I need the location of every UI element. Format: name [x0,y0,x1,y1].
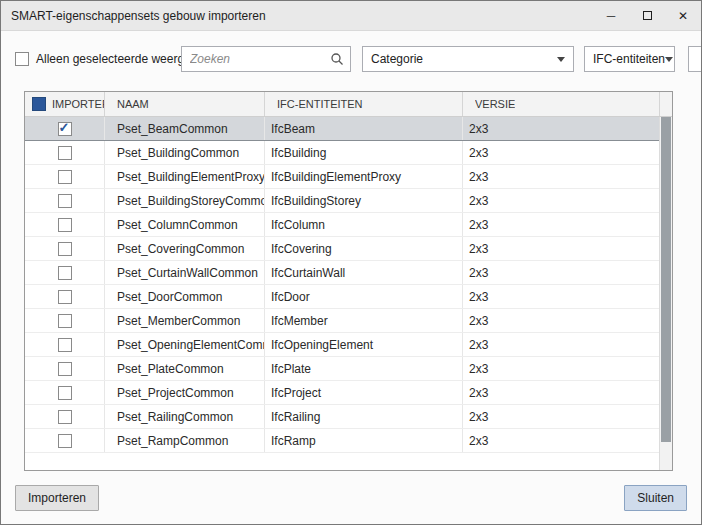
row-checkbox[interactable] [58,434,72,448]
table-row[interactable]: Pset_CoveringCommon IfcCovering 2x3 [25,237,659,261]
row-checkbox[interactable] [58,218,72,232]
category-dropdown[interactable]: Categorie [362,46,574,72]
cell-ifc: IfcBuildingElementProxy [265,165,463,188]
maximize-button[interactable] [629,1,665,30]
category-dropdown-label: Categorie [371,52,423,66]
header-scrollbar-gap [659,92,672,116]
cell-versie: 2x3 [463,405,659,428]
cell-versie: 2x3 [463,165,659,188]
propertyset-table: IMPORTEREN NAAM IFC-ENTITEITEN VERSIE Ps… [24,91,673,471]
table-row[interactable]: Pset_BuildingCommon IfcBuilding 2x3 [25,141,659,165]
titlebar: SMART-eigenschappensets gebouw importere… [1,1,701,31]
cell-ifc: IfcBuilding [265,141,463,164]
row-checkbox[interactable] [58,410,72,424]
show-only-selected-checkbox[interactable] [15,52,29,66]
row-checkbox[interactable] [58,386,72,400]
table-row[interactable]: Pset_OpeningElementCommon IfcOpeningElem… [25,333,659,357]
table-row[interactable]: Pset_RailingCommon IfcRailing 2x3 [25,405,659,429]
cell-versie: 2x3 [463,309,659,332]
table-row[interactable]: Pset_ColumnCommon IfcColumn 2x3 [25,213,659,237]
row-checkbox[interactable] [58,170,72,184]
cell-naam: Pset_MemberCommon [105,309,265,332]
cell-ifc: IfcCovering [265,237,463,260]
table-row[interactable]: Pset_MemberCommon IfcMember 2x3 [25,309,659,333]
cell-versie: 2x3 [463,381,659,404]
close-dialog-button[interactable]: Sluiten [624,485,687,511]
cell-ifc: IfcOpeningElement [265,333,463,356]
cell-ifc: IfcPlate [265,357,463,380]
row-checkbox[interactable] [58,266,72,280]
chevron-down-icon [557,57,565,62]
ifc-entities-dropdown-label: IFC-entiteiten [593,52,665,66]
cell-naam: Pset_OpeningElementCommon [105,333,265,356]
column-header-importeren[interactable]: IMPORTEREN [25,92,105,116]
search-input[interactable] [188,51,330,67]
table-row[interactable]: Pset_BuildingElementProxyCommon IfcBuild… [25,165,659,189]
row-checkbox[interactable] [58,242,72,256]
search-box[interactable] [181,46,351,72]
row-import-cell[interactable] [25,237,105,260]
cell-naam: Pset_BeamCommon [105,117,265,140]
cell-naam: Pset_BuildingCommon [105,141,265,164]
table-row[interactable]: Pset_BeamCommon IfcBeam 2x3 [25,117,659,141]
cell-naam: Pset_BuildingElementProxyCommon [105,165,265,188]
row-import-cell[interactable] [25,405,105,428]
column-header-naam[interactable]: NAAM [105,92,265,116]
cell-naam: Pset_ColumnCommon [105,213,265,236]
row-import-cell[interactable] [25,309,105,332]
clipped-control[interactable] [688,46,701,72]
row-import-cell[interactable] [25,189,105,212]
row-import-cell[interactable] [25,261,105,284]
row-import-cell[interactable] [25,285,105,308]
cell-versie: 2x3 [463,357,659,380]
row-import-cell[interactable] [25,117,105,140]
cell-naam: Pset_DoorCommon [105,285,265,308]
column-header-label: IFC-ENTITEITEN [277,98,363,110]
row-checkbox[interactable] [58,290,72,304]
minimize-button[interactable]: ─ [593,1,629,30]
row-import-cell[interactable] [25,213,105,236]
row-import-cell[interactable] [25,357,105,380]
table-row[interactable]: Pset_RampCommon IfcRamp 2x3 [25,429,659,453]
cell-ifc: IfcRamp [265,429,463,452]
cell-ifc: IfcColumn [265,213,463,236]
table-row[interactable]: Pset_DoorCommon IfcDoor 2x3 [25,285,659,309]
cell-ifc: IfcCurtainWall [265,261,463,284]
cell-ifc: IfcProject [265,381,463,404]
table-row[interactable]: Pset_BuildingStoreyCommon IfcBuildingSto… [25,189,659,213]
column-header-versie[interactable]: VERSIE [463,92,659,116]
table-header: IMPORTEREN NAAM IFC-ENTITEITEN VERSIE [25,92,672,117]
table-row[interactable]: Pset_CurtainWallCommon IfcCurtainWall 2x… [25,261,659,285]
close-button[interactable]: ✕ [665,1,701,30]
row-checkbox[interactable] [58,338,72,352]
import-button[interactable]: Importeren [15,485,99,511]
row-checkbox[interactable] [58,122,72,136]
row-import-cell[interactable] [25,165,105,188]
show-only-selected-toggle[interactable]: Alleen geselecteerde weergeven [15,52,181,66]
row-import-cell[interactable] [25,333,105,356]
column-header-ifc-entiteiten[interactable]: IFC-ENTITEITEN [265,92,463,116]
row-import-cell[interactable] [25,141,105,164]
row-import-cell[interactable] [25,429,105,452]
scrollbar-thumb[interactable] [661,117,671,442]
cell-naam: Pset_BuildingStoreyCommon [105,189,265,212]
column-header-label: VERSIE [475,98,515,110]
select-all-checkbox[interactable] [32,97,46,111]
cell-naam: Pset_RailingCommon [105,405,265,428]
row-checkbox[interactable] [58,194,72,208]
cell-versie: 2x3 [463,261,659,284]
row-checkbox[interactable] [58,146,72,160]
row-import-cell[interactable] [25,381,105,404]
toolbar: Alleen geselecteerde weergeven Categorie… [15,46,701,72]
table-row[interactable]: Pset_ProjectCommon IfcProject 2x3 [25,381,659,405]
cell-ifc: IfcMember [265,309,463,332]
cell-ifc: IfcBeam [265,117,463,140]
cell-naam: Pset_CurtainWallCommon [105,261,265,284]
row-checkbox[interactable] [58,314,72,328]
import-dialog: SMART-eigenschappensets gebouw importere… [0,0,702,525]
close-icon: ✕ [678,9,688,23]
table-row[interactable]: Pset_PlateCommon IfcPlate 2x3 [25,357,659,381]
ifc-entities-dropdown[interactable]: IFC-entiteiten [584,46,675,72]
vertical-scrollbar[interactable] [659,117,672,470]
row-checkbox[interactable] [58,362,72,376]
